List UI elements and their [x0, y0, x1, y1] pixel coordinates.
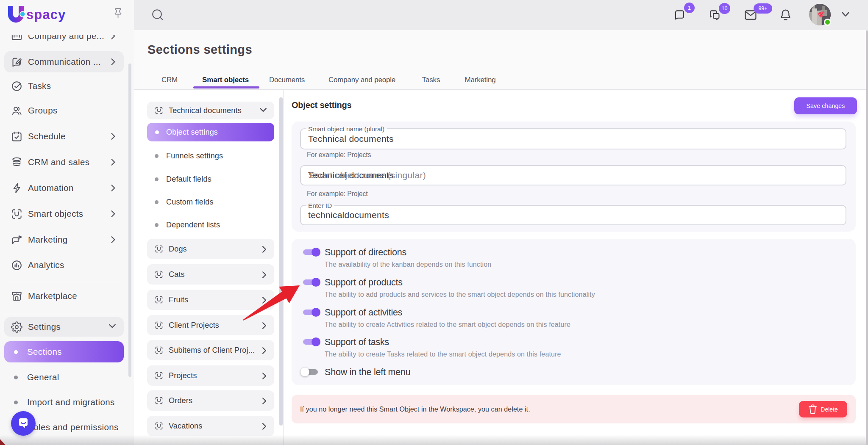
svg-text:spacy: spacy	[26, 7, 66, 22]
